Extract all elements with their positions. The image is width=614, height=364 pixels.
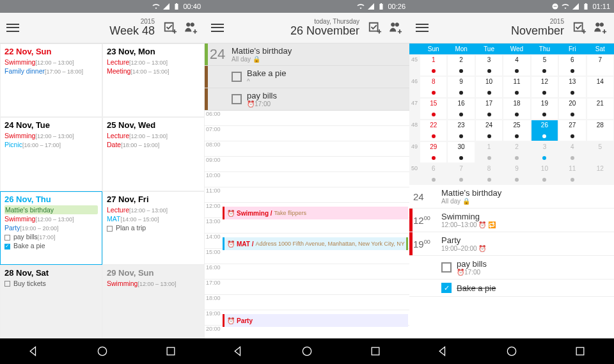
event-item[interactable]: Swimming[12:00 – 13:00]	[4, 131, 98, 140]
timed-event[interactable]: ⏰ MAT / Address 1000 Fifth Avenue, Manha…	[223, 237, 408, 250]
month-day-cell[interactable]: 29	[420, 141, 447, 163]
month-day-cell[interactable]: 6	[420, 163, 447, 185]
recent-icon[interactable]	[369, 345, 382, 358]
day-cell[interactable]: 23 Nov, MonLecture[12:00 – 13:00]Meeting…	[102, 44, 205, 117]
hour-row[interactable]: 16:00	[205, 264, 409, 280]
month-day-cell[interactable]: 7	[586, 54, 614, 76]
month-day-cell[interactable]: 24	[475, 120, 503, 141]
recent-icon[interactable]	[574, 345, 586, 358]
day-header-row[interactable]: pay bills⏰17:00	[205, 88, 409, 111]
day-cell[interactable]: 26 Nov, ThuMattie's birthdaySwimming[12:…	[0, 191, 102, 265]
month-day-cell[interactable]: 30	[447, 141, 475, 163]
month-day-cell[interactable]: 20	[558, 98, 586, 120]
month-day-cell[interactable]: 22	[420, 120, 447, 141]
title[interactable]: today, Thursday 26 November	[228, 19, 363, 38]
time-grid[interactable]: 06:0007:0008:0009:0010:0011:0012:0013:00…	[205, 111, 409, 338]
month-day-cell[interactable]: 2	[447, 54, 475, 76]
day-cell[interactable]: 25 Nov, WedLecture[12:00 – 13:00]Date[18…	[102, 117, 205, 191]
title[interactable]: 2015 November	[432, 19, 568, 38]
agenda-row[interactable]: ✓Bake a pie	[409, 280, 614, 297]
event-item[interactable]: Mattie's birthday	[4, 205, 98, 214]
month-day-cell[interactable]: 11	[558, 163, 586, 185]
event-item[interactable]: Meeting[14:00 – 15:00]	[107, 67, 200, 75]
month-day-cell[interactable]: 5	[586, 141, 614, 163]
month-day-cell[interactable]: 19	[531, 98, 558, 120]
month-day-cell[interactable]: 15	[420, 98, 447, 120]
month-day-cell[interactable]: 11	[503, 76, 530, 98]
month-day-cell[interactable]: 26	[531, 120, 558, 141]
timed-event[interactable]: ⏰ Party	[223, 314, 408, 327]
hour-row[interactable]: 15:00	[205, 249, 409, 264]
agenda-row[interactable]: 1200Swimming12:00–13:00 ⏰ 🔁	[409, 209, 614, 232]
month-day-cell[interactable]: 7	[447, 163, 475, 185]
month-day-cell[interactable]: 25	[503, 120, 530, 141]
month-day-cell[interactable]: 10	[475, 76, 503, 98]
event-item[interactable]: MAT[14:00 – 15:00]	[107, 214, 200, 223]
hour-row[interactable]: 09:00	[205, 157, 409, 172]
event-item[interactable]: pay bills[17:00]	[4, 232, 98, 241]
hour-row[interactable]: 11:00	[205, 187, 409, 203]
day-cell[interactable]: 24 Nov, TueSwimming[12:00 – 13:00]Picnic…	[0, 117, 102, 191]
new-event-icon[interactable]: +	[386, 19, 404, 37]
month-day-cell[interactable]: 8	[475, 163, 503, 185]
month-day-cell[interactable]: 4	[558, 141, 586, 163]
menu-icon[interactable]	[210, 20, 225, 36]
event-item[interactable]: Picnic[16:00 – 17:00]	[4, 140, 98, 149]
event-item[interactable]: Lecture[12:00 – 13:00]	[107, 205, 200, 214]
menu-icon[interactable]	[414, 20, 430, 36]
month-day-cell[interactable]: 10	[531, 163, 558, 185]
hour-row[interactable]: 10:00	[205, 172, 409, 187]
new-task-icon[interactable]: +	[366, 19, 384, 37]
month-day-cell[interactable]: 14	[586, 76, 614, 98]
menu-icon[interactable]	[5, 20, 20, 36]
checkbox-icon[interactable]	[232, 94, 242, 104]
month-day-cell[interactable]: 17	[475, 98, 503, 120]
hour-row[interactable]: 20:00	[205, 326, 409, 338]
back-icon[interactable]	[28, 345, 40, 358]
hour-row[interactable]: 06:00	[205, 111, 409, 126]
hour-row[interactable]: 17:00	[205, 280, 409, 295]
month-day-cell[interactable]: 27	[558, 120, 586, 141]
back-icon[interactable]	[437, 345, 450, 358]
new-event-icon[interactable]: +	[182, 19, 200, 37]
month-day-cell[interactable]: 23	[447, 120, 475, 141]
new-task-icon[interactable]: +	[571, 19, 588, 37]
event-item[interactable]: Swimming[12:00 – 13:00]	[107, 279, 200, 288]
event-item[interactable]: Date[18:00 – 19:00]	[107, 140, 200, 149]
title[interactable]: 2015 Week 48	[23, 19, 159, 38]
event-item[interactable]: Lecture[12:00 – 13:00]	[107, 131, 200, 140]
month-day-cell[interactable]: 13	[558, 76, 586, 98]
month-day-cell[interactable]: 12	[586, 163, 614, 185]
new-task-icon[interactable]: +	[161, 19, 179, 37]
event-item[interactable]: Plan a trip	[107, 223, 200, 232]
checkbox-icon[interactable]	[441, 262, 452, 273]
month-day-cell[interactable]: 8	[420, 76, 447, 98]
day-cell[interactable]: 27 Nov, FriLecture[12:00 – 13:00]MAT[14:…	[102, 191, 205, 265]
event-item[interactable]: Bake a pie	[4, 241, 98, 250]
checkbox-icon[interactable]	[232, 72, 242, 82]
month-day-cell[interactable]: 1	[420, 54, 447, 76]
timed-event[interactable]: ⏰ Swimming / Take flippers	[223, 207, 408, 219]
hour-row[interactable]: 18:00	[205, 295, 409, 310]
home-icon[interactable]	[505, 345, 518, 358]
event-item[interactable]: Family dinner[17:00 – 18:00]	[4, 67, 98, 75]
month-grid[interactable]: 4512345674689101112131447151617181920214…	[409, 54, 614, 185]
new-event-icon[interactable]: +	[591, 19, 609, 37]
month-day-cell[interactable]: 3	[475, 54, 503, 76]
week-grid[interactable]: 22 Nov, SunSwimming[12:00 – 13:00]Family…	[0, 44, 205, 338]
month-day-cell[interactable]: 9	[447, 76, 475, 98]
month-day-cell[interactable]: 16	[447, 98, 475, 120]
home-icon[interactable]	[96, 345, 109, 358]
month-day-cell[interactable]: 28	[586, 120, 614, 141]
checkbox-icon[interactable]: ✓	[441, 283, 452, 293]
day-header-row[interactable]: Bake a pie^	[205, 66, 409, 88]
recent-icon[interactable]	[164, 345, 177, 358]
event-item[interactable]: Lecture[12:00 – 13:00]	[107, 58, 200, 67]
month-day-cell[interactable]: 1	[475, 141, 503, 163]
day-cell[interactable]: 29 Nov, SunSwimming[12:00 – 13:00]	[102, 265, 205, 338]
month-day-cell[interactable]: 21	[586, 98, 614, 120]
back-icon[interactable]	[232, 345, 245, 358]
event-item[interactable]: Buy tickets	[4, 279, 98, 288]
agenda-row[interactable]: 24Mattie's birthdayAll day 🔒	[409, 185, 614, 209]
month-day-cell[interactable]: 5	[531, 54, 558, 76]
